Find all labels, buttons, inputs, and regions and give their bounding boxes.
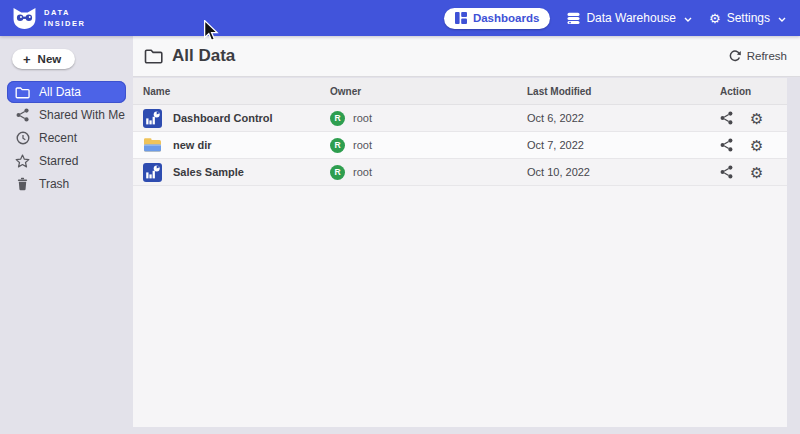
owner-cell: R root bbox=[330, 138, 527, 153]
share-icon[interactable] bbox=[720, 165, 733, 179]
share-icon[interactable] bbox=[720, 111, 733, 125]
sidebar-nav: All Data Shared With Me bbox=[0, 81, 133, 195]
star-icon bbox=[15, 154, 30, 169]
name-cell: Sales Sample bbox=[143, 163, 330, 182]
name-cell: new dir bbox=[143, 136, 330, 155]
new-button-label: New bbox=[38, 53, 62, 65]
brand-text: DATA INSIDER bbox=[44, 7, 86, 30]
table-body: Dashboard Control R root Oct 6, 2022 ⚙ bbox=[133, 105, 787, 186]
sidebar-item-all-data[interactable]: All Data bbox=[7, 81, 126, 103]
file-name: Dashboard Control bbox=[173, 112, 273, 124]
chevron-down-icon bbox=[684, 11, 692, 25]
last-modified: Oct 6, 2022 bbox=[527, 112, 720, 124]
refresh-icon bbox=[729, 50, 741, 62]
sidebar-item-label: Recent bbox=[39, 131, 77, 145]
owner-cell: R root bbox=[330, 165, 527, 180]
top-navbar: DATA INSIDER Dashboards bbox=[0, 0, 800, 36]
owner-cell: R root bbox=[330, 111, 527, 126]
table-header-row: Name Owner Last Modified Action bbox=[133, 78, 787, 105]
gear-icon[interactable]: ⚙ bbox=[750, 111, 763, 126]
new-button[interactable]: + New bbox=[12, 49, 75, 69]
table-row[interactable]: new dir R root Oct 7, 2022 ⚙ bbox=[133, 132, 787, 159]
name-cell: Dashboard Control bbox=[143, 109, 330, 128]
column-header-owner: Owner bbox=[330, 86, 527, 97]
dashboards-button[interactable]: Dashboards bbox=[444, 8, 550, 29]
share-icon[interactable] bbox=[720, 138, 733, 152]
page-title: All Data bbox=[172, 46, 235, 66]
main-content: All Data Refresh Name Owner Last Modifie… bbox=[133, 36, 800, 434]
owner-avatar: R bbox=[330, 111, 345, 126]
action-cell: ⚙ bbox=[720, 138, 787, 153]
dashboard-file-icon bbox=[143, 163, 162, 182]
files-table: Name Owner Last Modified Action bbox=[133, 78, 787, 427]
settings-menu[interactable]: ⚙ Settings bbox=[709, 11, 786, 25]
file-name: Sales Sample bbox=[173, 166, 244, 178]
file-name: new dir bbox=[173, 139, 212, 151]
app-logo[interactable]: DATA INSIDER bbox=[12, 7, 86, 30]
sidebar-item-trash[interactable]: Trash bbox=[7, 173, 126, 195]
dashboards-label: Dashboards bbox=[473, 12, 539, 24]
column-header-name: Name bbox=[143, 86, 330, 97]
refresh-button[interactable]: Refresh bbox=[729, 50, 787, 62]
content-header: All Data Refresh bbox=[133, 36, 800, 77]
sidebar-item-label: Trash bbox=[39, 177, 69, 191]
action-cell: ⚙ bbox=[720, 111, 787, 126]
data-warehouse-label: Data Warehouse bbox=[586, 11, 676, 25]
owner-name: root bbox=[353, 139, 372, 151]
sidebar-item-recent[interactable]: Recent bbox=[7, 127, 126, 149]
sidebar: + New All Data bbox=[0, 36, 133, 434]
plus-icon: + bbox=[23, 53, 31, 66]
sidebar-item-label: All Data bbox=[39, 85, 81, 99]
sidebar-item-starred[interactable]: Starred bbox=[7, 150, 126, 172]
last-modified: Oct 10, 2022 bbox=[527, 166, 720, 178]
trash-icon bbox=[15, 177, 30, 192]
gear-icon[interactable]: ⚙ bbox=[750, 165, 763, 180]
chevron-down-icon bbox=[778, 11, 786, 25]
dashboard-file-icon bbox=[143, 109, 162, 128]
gear-icon[interactable]: ⚙ bbox=[750, 138, 763, 153]
sidebar-item-label: Starred bbox=[39, 154, 78, 168]
folder-icon bbox=[144, 48, 163, 64]
sidebar-item-label: Shared With Me bbox=[39, 108, 125, 122]
owl-logo-icon bbox=[12, 7, 37, 30]
column-header-action: Action bbox=[720, 86, 787, 97]
folder-icon bbox=[15, 85, 30, 100]
last-modified: Oct 7, 2022 bbox=[527, 139, 720, 151]
owner-name: root bbox=[353, 166, 372, 178]
dashboards-grid-icon bbox=[455, 12, 467, 24]
data-warehouse-menu[interactable]: Data Warehouse bbox=[567, 11, 692, 25]
settings-label: Settings bbox=[727, 11, 770, 25]
gear-icon: ⚙ bbox=[709, 12, 721, 25]
share-icon bbox=[15, 108, 30, 123]
owner-avatar: R bbox=[330, 165, 345, 180]
table-row[interactable]: Dashboard Control R root Oct 6, 2022 ⚙ bbox=[133, 105, 787, 132]
clock-icon bbox=[15, 131, 30, 146]
refresh-label: Refresh bbox=[747, 50, 787, 62]
database-icon bbox=[567, 12, 580, 25]
action-cell: ⚙ bbox=[720, 165, 787, 180]
owner-name: root bbox=[353, 112, 372, 124]
column-header-last-modified: Last Modified bbox=[527, 86, 720, 97]
sidebar-item-shared-with-me[interactable]: Shared With Me bbox=[7, 104, 126, 126]
owner-avatar: R bbox=[330, 138, 345, 153]
table-row[interactable]: Sales Sample R root Oct 10, 2022 ⚙ bbox=[133, 159, 787, 186]
folder-file-icon bbox=[143, 136, 162, 155]
